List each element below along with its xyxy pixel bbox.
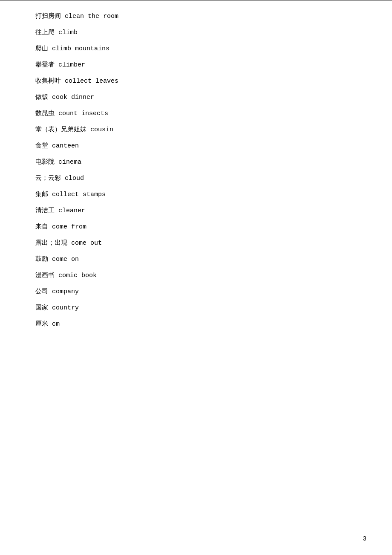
page-number: 3 (363, 535, 366, 542)
list-item: 国家 country (35, 300, 357, 316)
list-item: 食堂 canteen (35, 138, 357, 154)
list-item: 来自 come from (35, 219, 357, 235)
list-item: 做饭 cook dinner (35, 90, 357, 106)
list-item: 收集树叶 collect leaves (35, 73, 357, 90)
vocabulary-list: 打扫房间 clean the room往上爬 climb爬山 climb mou… (35, 9, 357, 332)
list-item: 鼓励 come on (35, 251, 357, 268)
list-item: 往上爬 climb (35, 25, 357, 41)
list-item: 堂（表）兄弟姐妹 cousin (35, 122, 357, 138)
list-item: 电影院 cinema (35, 154, 357, 171)
list-item: 露出；出现 come out (35, 235, 357, 251)
list-item: 集邮 collect stamps (35, 187, 357, 203)
list-item: 厘米 cm (35, 316, 357, 332)
list-item: 打扫房间 clean the room (35, 9, 357, 25)
list-item: 漫画书 comic book (35, 268, 357, 284)
list-item: 清洁工 cleaner (35, 203, 357, 219)
list-item: 云；云彩 cloud (35, 171, 357, 187)
list-item: 数昆虫 count insects (35, 106, 357, 122)
main-content: 打扫房间 clean the room往上爬 climb爬山 climb mou… (0, 1, 392, 350)
list-item: 爬山 climb mountains (35, 41, 357, 57)
list-item: 公司 company (35, 284, 357, 300)
list-item: 攀登者 climber (35, 57, 357, 73)
